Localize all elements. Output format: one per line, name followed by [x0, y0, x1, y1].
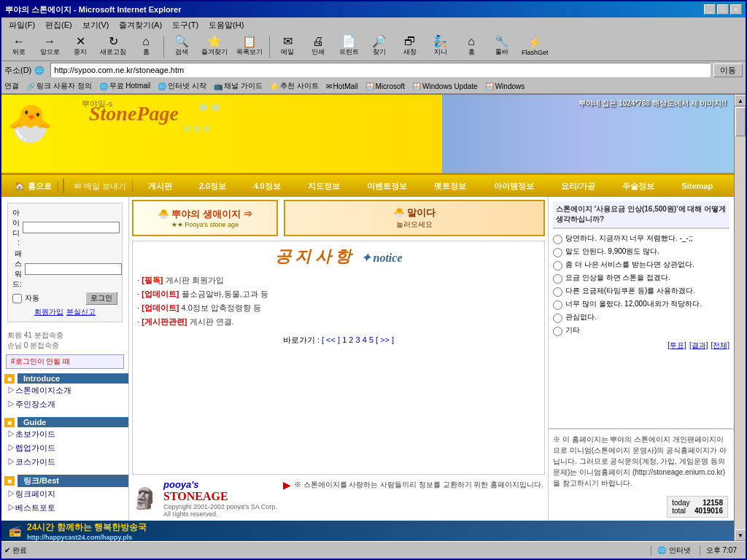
poll-radio-0[interactable]: [553, 235, 562, 244]
notice-next[interactable]: [ >> ]: [376, 335, 394, 344]
nav-link-5[interactable]: 펫트정보: [434, 181, 466, 192]
nav-mail[interactable]: ✉ 메일 보내기: [69, 181, 133, 192]
lost-link[interactable]: 분실신고: [66, 307, 96, 317]
poll-radio-4[interactable]: [553, 287, 562, 297]
poll-option-6[interactable]: 관심없다.: [553, 312, 729, 323]
poll-option-5[interactable]: 너무 많이 올랐다. 12,000내외가 적당하다.: [553, 299, 729, 310]
newwin-icon: 🗗: [404, 36, 416, 47]
search-button[interactable]: 🔍 검색: [167, 34, 196, 60]
fav-item-links[interactable]: 🔗 링크 사용자 정의: [23, 80, 95, 92]
notice-page-1[interactable]: 1: [342, 335, 349, 344]
newwin-button[interactable]: 🗗 새창: [395, 34, 425, 60]
fav-item-hotmail[interactable]: 🌐 무료 Hotmail: [96, 80, 154, 92]
sidebar-item-master-intro[interactable]: ▷주인장소개: [1, 397, 128, 411]
vote-button[interactable]: [투표]: [667, 341, 686, 351]
maximize-button[interactable]: □: [717, 4, 729, 15]
notice-prev[interactable]: [ << ]: [322, 335, 340, 344]
stop-button[interactable]: ✕ 중지: [66, 34, 95, 60]
favorites-button[interactable]: ⭐ 즐겨찾기: [198, 34, 231, 60]
pw-input[interactable]: [25, 263, 122, 275]
notice-item-3[interactable]: · [게시판관련] 게시판 연결.: [137, 315, 540, 329]
scroll-up-button[interactable]: ▲: [735, 95, 746, 106]
close-button[interactable]: ×: [730, 4, 742, 15]
fav-item-hotmail2[interactable]: ✉ HotMail: [323, 82, 361, 91]
nav-link-3[interactable]: 지도정보: [308, 181, 340, 192]
minimize-button[interactable]: _: [704, 4, 716, 15]
sidebar-item-beginner[interactable]: ▷초보가이드: [1, 427, 128, 441]
nav-link-4[interactable]: 이벤트정보: [367, 181, 407, 192]
poll-radio-5[interactable]: [553, 300, 562, 310]
notice-page-2[interactable]: 2: [349, 335, 353, 344]
menu-help[interactable]: 도움말(H): [204, 18, 248, 32]
result-button[interactable]: [결과]: [689, 341, 708, 351]
id-input[interactable]: [23, 222, 120, 233]
flashget-button[interactable]: ⚡ FlashGet: [518, 34, 552, 60]
auto-login-checkbox[interactable]: [12, 294, 22, 303]
poll-radio-1[interactable]: [553, 248, 562, 257]
menu-edit[interactable]: 편집(E): [41, 18, 77, 32]
fav-item-start[interactable]: 🌐 인터넷 시작: [155, 80, 209, 92]
print2-button[interactable]: 📄 프린트: [334, 34, 363, 60]
mail-button[interactable]: ✉ 메일: [273, 34, 302, 60]
notice-item-2[interactable]: · [업데이트] 4.0정보 압축정령향 등: [137, 301, 540, 315]
fav-icon-1: 🌐: [99, 82, 108, 90]
nav-link-2[interactable]: 4.0정보: [253, 181, 280, 192]
forward-button[interactable]: → 앞으로: [35, 34, 64, 60]
scroll-track[interactable]: [735, 106, 746, 529]
nav-link-0[interactable]: 게시판: [148, 181, 172, 192]
nav-link-9[interactable]: Sitemap: [681, 182, 713, 190]
vertical-scrollbar[interactable]: ▲ ▼: [734, 95, 746, 541]
all-button[interactable]: [전체]: [711, 341, 729, 351]
nav-link-1[interactable]: 2.0정보: [199, 181, 226, 192]
fav-item-windows[interactable]: 🪟 Windows: [482, 82, 528, 91]
menu-view[interactable]: 보기(V): [78, 18, 114, 32]
menu-favorites[interactable]: 즐겨찾기(A): [115, 18, 166, 32]
toolbar-button[interactable]: 🔧 툴바: [487, 34, 516, 60]
genie-button[interactable]: 🧞 지니: [426, 34, 455, 60]
poll-radio-6[interactable]: [553, 314, 562, 323]
go-button[interactable]: 이동: [713, 63, 743, 77]
notice-item-1[interactable]: · [업데이트] 플소금알바,동물,고과 등: [137, 287, 540, 301]
sidebar-item-stoneage-intro[interactable]: ▷스톤에이지소개: [1, 384, 128, 397]
poll-option-1[interactable]: 말도 안된다. 9,900원도 많다.: [553, 246, 729, 257]
nav-home[interactable]: 🏠 홈으로: [9, 181, 58, 192]
home2-button[interactable]: ⌂ 홈: [457, 34, 486, 60]
address-input[interactable]: [50, 63, 711, 77]
fav-item-microsoft[interactable]: 🪟 Microsoft: [363, 82, 409, 91]
nav-link-7[interactable]: 요리/가공: [561, 181, 595, 192]
home-button[interactable]: ⌂ 홈: [131, 34, 160, 60]
scroll-thumb[interactable]: [735, 107, 746, 136]
nav-link-6[interactable]: 아이템정보: [494, 181, 534, 192]
menu-file[interactable]: 파일(F): [4, 18, 39, 32]
notice-page-3[interactable]: 3: [356, 335, 363, 344]
notice-page-5[interactable]: 5: [369, 335, 376, 344]
scroll-down-button[interactable]: ▼: [735, 529, 746, 541]
fav-item-recommend[interactable]: ⭐ 추천 사이트: [267, 80, 322, 92]
poll-option-2[interactable]: 좀 더 나은 서비스를 받는다면 상관없다.: [553, 260, 729, 271]
notice-page-4[interactable]: 4: [363, 335, 367, 344]
history-button[interactable]: 📋 목록보기: [233, 34, 266, 60]
refresh-button[interactable]: ↻ 새로고침: [96, 34, 130, 60]
find-button[interactable]: 🔎 찾기: [365, 34, 394, 60]
notice-item-0[interactable]: · [필독] 게시판 회원가입: [137, 273, 540, 287]
menu-tools[interactable]: 도구(T): [168, 18, 203, 32]
sidebar-item-level[interactable]: ▷렙업가이드: [1, 441, 128, 455]
poll-option-3[interactable]: 요금 인상을 하면 스톤을 접겠다.: [553, 273, 729, 284]
fav-item-windows-update[interactable]: 🪟 Windows Update: [409, 82, 481, 91]
join-link[interactable]: 회원가입: [34, 307, 63, 317]
poll-option-4[interactable]: 다른 요금제(타임쿠폰 등)를 사용하겠다.: [553, 286, 729, 297]
back-button[interactable]: ← 뒤로: [4, 34, 34, 60]
print-button[interactable]: 🖨 인쇄: [303, 34, 333, 60]
poll-option-7[interactable]: 기타: [553, 325, 729, 336]
nav-link-8[interactable]: 주술정보: [622, 181, 654, 192]
poll-radio-7[interactable]: [553, 327, 562, 336]
sidebar-item-best-photo[interactable]: ▷베스트포토: [1, 501, 128, 515]
sidebar-item-course[interactable]: ▷코스가이드: [1, 455, 128, 469]
login-button[interactable]: 로그인: [85, 292, 117, 305]
login-notice[interactable]: #로그인이 안될 때: [6, 354, 124, 369]
poll-radio-2[interactable]: [553, 261, 562, 271]
poll-radio-3[interactable]: [553, 274, 562, 284]
sidebar-item-link-page[interactable]: ▷링크페이지: [1, 487, 128, 501]
poll-option-0[interactable]: 당연하다. 지금까지 너무 저렴했다. -_-;;: [553, 233, 729, 244]
fav-item-channel[interactable]: 📺 채널 가이드: [211, 80, 266, 92]
